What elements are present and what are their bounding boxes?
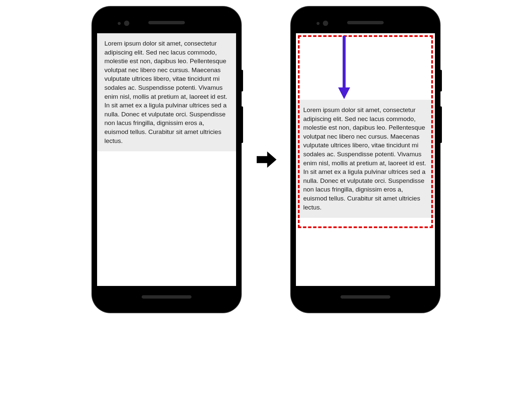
diagram-container: Lorem ipsum dolor sit amet, consectetur …: [92, 7, 440, 313]
phone-side-button-icon: [440, 106, 442, 143]
scroll-down-arrow-icon: [334, 34, 354, 101]
phone-side-button-icon: [241, 106, 243, 143]
phone-side-button-icon: [241, 70, 243, 91]
content-text-block: Lorem ipsum dolor sit amet, consectetur …: [97, 33, 236, 151]
phone-top-bar: [296, 12, 435, 33]
phone-speaker-icon: [148, 21, 185, 24]
phone-bottom-speaker-icon: [340, 295, 390, 299]
phone-screen-right: Lorem ipsum dolor sit amet, consectetur …: [296, 33, 435, 286]
phone-inner: Lorem ipsum dolor sit amet, consectetur …: [296, 12, 435, 308]
phone-bottom-speaker-icon: [142, 295, 192, 299]
phone-top-bar: [97, 12, 236, 33]
transition-arrow-icon: [254, 7, 278, 313]
phone-speaker-icon: [347, 21, 384, 24]
svg-marker-0: [257, 152, 277, 168]
content-text-block: Lorem ipsum dolor sit amet, consectetur …: [296, 100, 435, 218]
phone-left: Lorem ipsum dolor sit amet, consectetur …: [92, 7, 241, 313]
phone-side-button-icon: [440, 70, 442, 91]
svg-marker-2: [338, 87, 350, 99]
phone-inner: Lorem ipsum dolor sit amet, consectetur …: [97, 12, 236, 308]
phone-bottom-bar: [296, 286, 435, 308]
phone-right: Lorem ipsum dolor sit amet, consectetur …: [291, 7, 440, 313]
phone-sensor-icon: [317, 21, 328, 26]
phone-sensor-icon: [118, 21, 129, 26]
phone-bottom-bar: [97, 286, 236, 308]
phone-screen-left: Lorem ipsum dolor sit amet, consectetur …: [97, 33, 236, 286]
